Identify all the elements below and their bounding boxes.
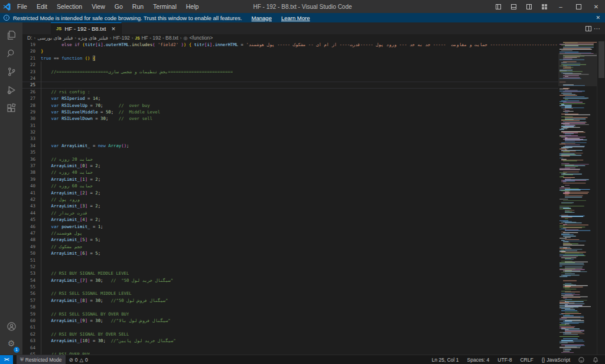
code-line[interactable]: 44 // قدرت خریدار [22, 210, 558, 216]
code-line[interactable]: 46 var powerLimit_ = 1; [22, 223, 558, 230]
manage-link[interactable]: Manage [252, 15, 272, 21]
minimap[interactable] [558, 41, 597, 355]
scrollbar-slider[interactable] [599, 41, 604, 78]
menu-run[interactable]: Run [128, 2, 148, 11]
language-mode-status[interactable]: {} JavaScript [538, 355, 574, 364]
minimize-button[interactable]: – [552, 0, 570, 13]
menu-view[interactable]: View [87, 2, 109, 11]
code-line[interactable]: 23 //====================بخش تنظیمات و ش… [22, 69, 558, 75]
code-line[interactable]: 34 var ArrayLimit_ = new Array(); [22, 142, 558, 149]
code-line[interactable]: 25 [22, 82, 558, 88]
code-line[interactable]: 63 ArrayLimit_[10] = 30; //"سیگنال خرید … [22, 337, 558, 344]
js-file-icon: JS [135, 36, 140, 40]
settings-gear-icon[interactable]: ⚙ 1 [0, 335, 22, 352]
cursor-position-status[interactable]: Ln 25, Col 1 [428, 355, 463, 364]
banner-close-icon[interactable]: ✕ [596, 15, 600, 21]
restricted-mode-banner: i Restricted Mode is intended for safe c… [0, 13, 605, 22]
eol-status[interactable]: CRLF [516, 355, 537, 364]
breadcrumb-symbol[interactable]: <function> [189, 35, 213, 41]
menu-selection[interactable]: Selection [53, 2, 86, 11]
tab-hf-192-b8[interactable]: JS HF - 192 - B8.txt ✕ [51, 22, 122, 34]
code-line[interactable]: 38 // حمایت 40 روزه [22, 169, 558, 176]
menu-edit[interactable]: Edit [32, 2, 51, 11]
code-line[interactable]: 64 [22, 344, 558, 351]
source-control-icon[interactable] [0, 63, 22, 80]
code-line[interactable]: 31 [22, 122, 558, 129]
extensions-icon[interactable] [0, 100, 22, 116]
code-line[interactable]: 48 ArrayLimit_[5] = 5; [22, 236, 558, 243]
code-line[interactable]: 42 // ورود پول [22, 196, 558, 203]
accounts-icon[interactable] [0, 318, 22, 334]
code-line[interactable]: 32 [22, 129, 558, 135]
code-line[interactable]: 43 ArrayLimit_[3] = 2; [22, 203, 558, 209]
code-line[interactable]: 59 // RSI SELL SIGNAL BY OVER BUY [22, 311, 558, 317]
minimap-slider[interactable] [558, 53, 597, 86]
vertical-scrollbar[interactable] [597, 41, 605, 355]
code-line[interactable]: 21true == function () { [22, 55, 558, 61]
restricted-mode-status[interactable]: ⛨ Restricted Mode [17, 355, 66, 364]
close-window-button[interactable]: ✕ [587, 0, 605, 13]
run-debug-icon[interactable] [0, 82, 22, 98]
code-line[interactable]: 41 ArrayLimit_[2] = 2; [22, 190, 558, 196]
code-line[interactable]: 19 else if (titr[i].outerHTML.includes( … [22, 41, 558, 48]
menu-file[interactable]: File [13, 2, 31, 11]
code-line[interactable]: 37 ArrayLimit_[0] = 2; [22, 162, 558, 169]
code-line[interactable]: 57 ArrayLimit_[8] = 30; //"سیگنال فروش ل… [22, 297, 558, 304]
menu-go[interactable]: Go [110, 2, 127, 11]
breadcrumb-drive[interactable]: D: [27, 35, 32, 41]
toggle-sidebar-icon[interactable] [490, 0, 506, 13]
code-line[interactable]: 53 // RSI BUY SIGNAL MIDDLE LEVEL [22, 270, 558, 277]
code-line[interactable]: 52 [22, 264, 558, 270]
code-line[interactable]: 29 var RSILevelMiddle = 50; // Middle Le… [22, 109, 558, 115]
code-line[interactable]: 58 [22, 304, 558, 310]
remote-indicator[interactable]: >< [0, 355, 13, 364]
code-line[interactable]: 35 [22, 149, 558, 155]
code-line-text: // RSI BUY SIGNAL MIDDLE LEVEL [41, 270, 129, 277]
customize-layout-icon[interactable] [536, 0, 552, 13]
learn-more-link[interactable]: Learn More [281, 15, 310, 21]
breadcrumb-file[interactable]: HF - 192 - B8.txt [141, 35, 178, 41]
code-line[interactable]: 49 // حجم مشکوک [22, 243, 558, 250]
breadcrumb-folder-3[interactable]: HF-192 [113, 35, 130, 41]
code-line[interactable]: 56 // RSI SELL SIGNAL MIDDLE LEVEL [22, 290, 558, 297]
code-line[interactable]: 28 var RSILevelUp = 70; // over buy [22, 102, 558, 109]
code-line[interactable]: 55 [22, 284, 558, 290]
code-line[interactable]: 60 ArrayLimit_[9] = 30; //"سیگنال فروش ل… [22, 317, 558, 324]
menu-help[interactable]: Help [182, 2, 203, 11]
code-line[interactable]: 51 [22, 257, 558, 264]
code-line[interactable]: 20} [22, 48, 558, 54]
toggle-panel-icon[interactable] [506, 0, 521, 13]
code-line[interactable]: 22 [22, 61, 558, 68]
code-line[interactable]: 33 [22, 135, 558, 142]
split-editor-icon[interactable] [586, 26, 591, 31]
code-line[interactable]: 61 [22, 324, 558, 330]
toggle-secondary-sidebar-icon[interactable] [521, 0, 536, 13]
code-editor[interactable]: 19 else if (titr[i].outerHTML.includes( … [22, 41, 605, 355]
search-icon[interactable] [0, 45, 22, 61]
tab-close-icon[interactable]: ✕ [111, 26, 116, 32]
restore-button[interactable] [570, 0, 587, 13]
code-line[interactable]: 45 ArrayLimit_[4] = 2; [22, 216, 558, 223]
code-line[interactable]: 39 ArrayLimit_[1] = 2; [22, 176, 558, 183]
code-line[interactable]: 30 var RSILevelDown = 30; // over sell [22, 115, 558, 122]
code-line[interactable]: 40 // حمایت 60 روزه [22, 183, 558, 189]
code-line[interactable]: 24 [22, 75, 558, 82]
code-line[interactable]: 36 // حمایت 20 روزه [22, 156, 558, 162]
code-line[interactable]: 26 // rsi config : [22, 89, 558, 95]
explorer-icon[interactable] [0, 27, 22, 43]
code-line[interactable]: 50 ArrayLimit_[6] = 5; [22, 250, 558, 256]
menu-terminal[interactable]: Terminal [149, 2, 181, 11]
problems-status[interactable]: ⊘ 0 △ 0 [66, 355, 92, 364]
notifications-bell-icon[interactable] [588, 355, 603, 364]
breadcrumb-folder-2[interactable]: فیلتر های ویژه [78, 35, 108, 41]
more-actions-icon[interactable]: ⋯ [594, 25, 600, 32]
encoding-status[interactable]: UTF-8 [493, 355, 516, 364]
feedback-icon[interactable] [574, 355, 588, 364]
code-line[interactable]: 27 var RSIperiod = 14; [22, 95, 558, 102]
code-line[interactable]: 62 // RSI BUY SIGNAL BY OVER SELL [22, 331, 558, 337]
indentation-status[interactable]: Spaces: 4 [463, 355, 494, 364]
code-line[interactable]: 54 ArrayLimit_[7] = 30; // "سیگنال خرید … [22, 277, 558, 284]
code-line[interactable]: 47 //پول هوشمند [22, 230, 558, 236]
breadcrumb-folder-1[interactable]: فیلتر های بورسی [37, 35, 73, 41]
code-line-text: //پول هوشمند [41, 230, 82, 236]
